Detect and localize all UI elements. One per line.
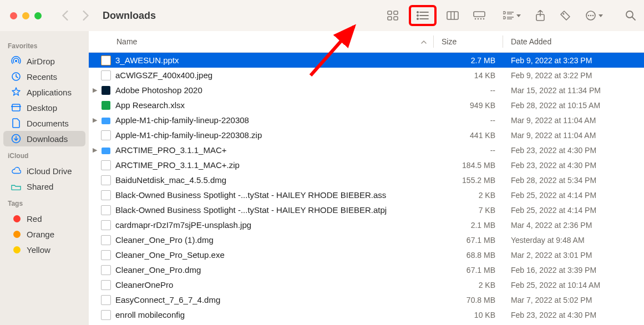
file-name: aCWlGSZF_400x400.jpeg — [115, 70, 434, 80]
file-row[interactable]: ▶ARCTIME_PRO_3.1.1_MAC+--Feb 23, 2022 at… — [89, 143, 644, 158]
close-window-button[interactable] — [10, 12, 17, 19]
file-date: Feb 9, 2022 at 3:22 PM — [503, 71, 644, 80]
column-view-button[interactable] — [445, 9, 460, 22]
svg-point-15 — [478, 18, 479, 20]
file-size: -- — [434, 86, 503, 95]
svg-point-16 — [480, 18, 482, 20]
file-date: Feb 28, 2022 at 10:15 AM — [503, 101, 644, 110]
sidebar-item-label: Orange — [27, 230, 54, 239]
file-list[interactable]: 3_AWESUN.pptx2.7 MBFeb 9, 2022 at 3:23 P… — [89, 53, 644, 325]
sidebar-item[interactable]: AirDrop — [3, 53, 85, 69]
file-date: Mar 15, 2022 at 11:34 PM — [503, 86, 644, 95]
search-button[interactable] — [625, 10, 636, 21]
back-button[interactable] — [62, 11, 69, 21]
sidebar-item-label: Downloads — [27, 134, 68, 144]
file-size: 67.1 MB — [434, 266, 503, 275]
airdrop-icon — [11, 56, 21, 66]
apps-icon — [11, 87, 21, 97]
sidebar-item-label: Recents — [27, 72, 57, 82]
file-name: Cleaner_One_Pro_Setup.exe — [115, 250, 434, 260]
window-controls — [0, 0, 52, 31]
column-header-size[interactable]: Size — [434, 37, 503, 46]
file-size: 68.8 MB — [434, 251, 503, 260]
file-row[interactable]: Cleaner_One_Pro (1).dmg67.1 MBYesterday … — [89, 232, 644, 247]
file-row[interactable]: cardmapr-rDzI7m7sjPE-unsplash.jpg2.1 MBM… — [89, 217, 644, 232]
file-row[interactable]: aCWlGSZF_400x400.jpeg14 KBFeb 9, 2022 at… — [89, 68, 644, 83]
file-size: 2.7 MB — [434, 56, 503, 65]
chevron-down-icon — [599, 14, 603, 17]
file-icon — [101, 55, 111, 65]
file-row[interactable]: BaiduNetdisk_mac_4.5.5.dmg155.2 MBFeb 28… — [89, 172, 644, 187]
file-row[interactable]: Black-Owned Business Spotlight -...tySta… — [89, 187, 644, 202]
disclosure-triangle[interactable]: ▶ — [89, 116, 101, 124]
sidebar-item[interactable]: Recents — [3, 69, 85, 84]
downloads-icon — [11, 134, 21, 144]
svg-rect-3 — [394, 17, 398, 20]
svg-rect-1 — [394, 11, 398, 14]
file-row[interactable]: ARCTIME_PRO_3.1.1_MAC+.zip184.5 MBFeb 23… — [89, 158, 644, 172]
sidebar-item[interactable]: Yellow — [3, 242, 85, 257]
file-name: CleanerOnePro — [115, 280, 434, 290]
svg-point-27 — [588, 15, 590, 17]
sidebar-item-label: Red — [27, 214, 42, 224]
file-row[interactable]: ▶Apple-M1-chip-family-lineup-220308--Mar… — [89, 113, 644, 128]
desktop-icon — [11, 103, 21, 113]
file-date: Yesterday at 9:48 AM — [503, 236, 644, 245]
file-icon — [101, 280, 111, 290]
file-row[interactable]: enroll mobileconfig10 KBFeb 23, 2022 at … — [89, 307, 644, 322]
svg-rect-13 — [474, 12, 485, 17]
file-name: BaiduNetdisk_mac_4.5.5.dmg — [115, 175, 434, 185]
file-icon — [101, 220, 111, 230]
file-size: 67.1 MB — [434, 236, 503, 245]
file-row[interactable]: Black-Owned Business Spotlight -...tySta… — [89, 202, 644, 217]
forward-button[interactable] — [82, 11, 89, 21]
file-row[interactable]: Apple-M1-chip-family-lineup-220308.zip44… — [89, 128, 644, 143]
docs-icon — [11, 118, 21, 128]
file-row[interactable]: Cleaner_One_Pro_Setup.exe68.8 MBMar 2, 2… — [89, 247, 644, 262]
sidebar-section-header: iCloud — [0, 146, 89, 163]
cloud-icon — [11, 166, 21, 176]
svg-rect-0 — [388, 11, 392, 14]
svg-rect-18 — [503, 12, 505, 14]
svg-line-31 — [632, 17, 635, 20]
file-icon — [101, 310, 111, 320]
share-button[interactable] — [535, 10, 545, 21]
more-actions-button[interactable] — [585, 10, 603, 21]
chevron-down-icon — [516, 14, 521, 17]
disclosure-triangle[interactable]: ▶ — [89, 146, 101, 154]
icon-view-button[interactable] — [386, 9, 400, 22]
file-row[interactable]: EasyConnect_7_6_7_4.dmg70.8 MBMar 7, 202… — [89, 292, 644, 307]
svg-rect-34 — [12, 104, 20, 111]
maximize-window-button[interactable] — [34, 12, 42, 19]
sidebar-item[interactable]: Downloads — [3, 131, 85, 146]
file-row[interactable]: Cleaner_One_Pro.dmg67.1 MBFeb 16, 2022 a… — [89, 262, 644, 277]
sidebar-item[interactable]: Red — [3, 211, 85, 226]
sidebar-item[interactable]: Shared — [3, 179, 85, 194]
group-by-button[interactable] — [503, 11, 521, 20]
file-icon — [101, 295, 111, 305]
sort-indicator-icon — [421, 37, 427, 46]
tags-button[interactable] — [560, 10, 571, 21]
sidebar-item[interactable]: Orange — [3, 226, 85, 242]
gallery-view-button[interactable] — [472, 9, 486, 22]
file-row[interactable]: CleanerOnePro2 KBFeb 25, 2022 at 10:14 A… — [89, 277, 644, 292]
sidebar-item[interactable]: Desktop — [3, 100, 85, 115]
file-row[interactable]: App Research.xlsx949 KBFeb 28, 2022 at 1… — [89, 98, 644, 113]
sidebar-item[interactable]: iCloud Drive — [3, 163, 85, 179]
file-size: 7 KB — [434, 206, 503, 215]
sidebar-item-label: Documents — [27, 119, 69, 128]
column-header-date[interactable]: Date Added — [503, 37, 644, 46]
sidebar-item[interactable]: Documents — [3, 115, 85, 131]
minimize-window-button[interactable] — [22, 12, 29, 19]
disclosure-triangle[interactable]: ▶ — [89, 87, 101, 94]
list-view-button[interactable] — [415, 9, 430, 22]
file-row[interactable]: ▶Adobe Photoshop 2020--Mar 15, 2022 at 1… — [89, 83, 644, 98]
sidebar-item[interactable]: Applications — [3, 84, 85, 100]
file-date: Feb 9, 2022 at 3:23 PM — [503, 56, 644, 65]
file-date: Feb 23, 2022 at 4:30 PM — [503, 146, 644, 155]
column-header-name[interactable]: Name — [89, 37, 433, 46]
file-row[interactable]: 3_AWESUN.pptx2.7 MBFeb 9, 2022 at 3:23 P… — [89, 53, 644, 68]
file-icon — [101, 86, 111, 95]
svg-point-30 — [626, 11, 633, 18]
file-date: Feb 16, 2022 at 3:39 PM — [503, 266, 644, 275]
